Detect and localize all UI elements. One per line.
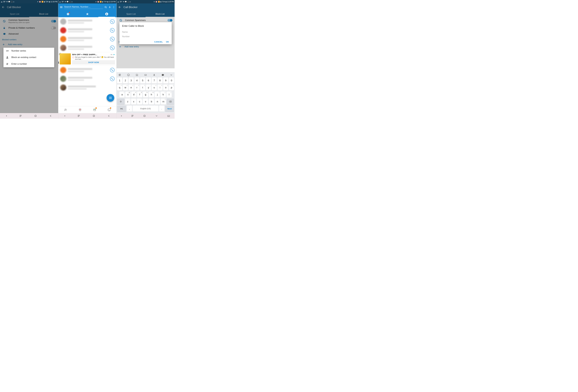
key-8[interactable]: 8	[157, 78, 163, 83]
call-button[interactable]	[110, 28, 115, 33]
key-f[interactable]: f$	[137, 91, 142, 98]
tab-recents[interactable]	[58, 11, 78, 17]
key-m[interactable]: m?	[161, 99, 166, 105]
nav-home-icon[interactable]	[143, 115, 146, 117]
ok-button[interactable]: OK	[166, 41, 169, 43]
menu-enter-number[interactable]: Enter a number	[3, 61, 54, 67]
search-input[interactable]: Search Names, Number…	[64, 5, 103, 9]
call-button[interactable]	[110, 45, 115, 50]
key-g[interactable]: g%	[143, 91, 148, 98]
key-v[interactable]: v:	[143, 99, 148, 105]
key-1[interactable]: 1	[117, 78, 122, 83]
key-t[interactable]: t/	[140, 84, 145, 91]
space-key[interactable]: English (US)	[133, 106, 158, 112]
nav-block[interactable]	[73, 106, 88, 113]
tab-favorites[interactable]	[78, 11, 97, 17]
gif-icon[interactable]	[144, 74, 147, 77]
key-3[interactable]: 3	[129, 78, 134, 83]
key-7[interactable]: 7	[152, 78, 157, 83]
emoji-icon[interactable]	[127, 74, 130, 77]
key-r[interactable]: r=	[134, 84, 140, 91]
nav-call-rec[interactable]	[102, 106, 117, 113]
key-x[interactable]: x'	[131, 99, 136, 105]
contact-row[interactable]	[58, 43, 116, 52]
call-button[interactable]	[110, 77, 115, 81]
ad-pause-icon[interactable]: ❚❚	[58, 61, 59, 64]
menu-number-series[interactable]: 123 Number series	[3, 48, 54, 54]
nav-recents-icon[interactable]	[77, 115, 80, 117]
key-y[interactable]: y_	[146, 84, 151, 91]
period-key[interactable]: .	[159, 106, 164, 112]
contact-row[interactable]	[58, 66, 116, 75]
key-p[interactable]: p]	[169, 84, 174, 91]
nav-keyboard-icon[interactable]	[167, 115, 170, 117]
nav-home-icon[interactable]	[93, 115, 95, 117]
call-button[interactable]	[110, 37, 115, 41]
key-d[interactable]: d#	[131, 91, 136, 98]
key-c[interactable]: c"	[137, 99, 142, 105]
nav-store[interactable]	[87, 106, 102, 113]
nav-recents-icon[interactable]	[131, 115, 134, 117]
nav-back-icon[interactable]	[107, 115, 110, 117]
key-4[interactable]: 4	[134, 78, 140, 83]
key-9[interactable]: 9	[163, 78, 168, 83]
shift-key[interactable]	[117, 99, 125, 105]
ad-cta-button[interactable]: SHOP NOW	[72, 60, 115, 65]
key-u[interactable]: u<	[152, 84, 157, 91]
name-field[interactable]: Name	[122, 30, 169, 34]
key-n[interactable]: n,	[155, 99, 160, 105]
key-6[interactable]: 6	[146, 78, 151, 83]
search-icon[interactable]	[104, 6, 107, 9]
key-l[interactable]: l)	[166, 91, 172, 98]
voice-icon[interactable]	[153, 74, 156, 77]
call-button[interactable]	[110, 68, 115, 72]
tab-contacts[interactable]	[97, 11, 116, 17]
contact-name-redacted	[68, 46, 92, 48]
more-icon[interactable]	[112, 6, 115, 8]
key-s[interactable]: s@	[125, 91, 130, 98]
key-z[interactable]: z-	[125, 99, 130, 105]
key-h[interactable]: h&	[149, 91, 154, 98]
menu-icon[interactable]	[60, 5, 63, 9]
number-field[interactable]: Number	[122, 34, 169, 39]
next-key[interactable]: Next	[165, 106, 174, 112]
ad-brand-icon	[72, 56, 74, 59]
key-a[interactable]: a!	[119, 91, 125, 98]
key-q[interactable]: q+	[117, 84, 122, 91]
text-tools-icon[interactable]	[118, 74, 121, 77]
contacts-list[interactable]: ✕ ❚❚ 50% OFF + FREE SHIPPI… Ad Did you f…	[58, 17, 116, 92]
settings-icon[interactable]	[161, 74, 164, 77]
dialpad-fab[interactable]	[107, 94, 114, 102]
nav-back-icon[interactable]	[49, 115, 52, 117]
key-5[interactable]: 5	[140, 78, 145, 83]
adchoices-icon[interactable]	[113, 54, 115, 55]
menu-block-contact[interactable]: Block an existing contact	[3, 54, 54, 61]
contact-row[interactable]	[58, 83, 116, 92]
contact-row[interactable]	[58, 17, 116, 26]
symbols-key[interactable]: !#1	[117, 106, 126, 112]
key-i[interactable]: i>	[157, 84, 163, 91]
key-0[interactable]: 0	[169, 78, 174, 83]
nav-home-icon[interactable]	[34, 115, 37, 117]
backspace-key[interactable]	[167, 99, 174, 105]
inline-ad[interactable]: ✕ ❚❚ 50% OFF + FREE SHIPPI… Ad Did you f…	[58, 52, 116, 66]
key-o[interactable]: o[	[163, 84, 168, 91]
contact-row[interactable]	[58, 75, 116, 83]
call-button[interactable]	[110, 19, 115, 24]
cancel-button[interactable]: CANCEL	[154, 41, 163, 43]
nav-down-icon[interactable]	[155, 115, 158, 117]
chevron-down-icon[interactable]	[170, 74, 173, 77]
mic-icon[interactable]	[108, 6, 111, 8]
key-2[interactable]: 2	[123, 78, 128, 83]
key-b[interactable]: b;	[149, 99, 154, 105]
contact-row[interactable]	[58, 26, 116, 35]
key-e[interactable]: e÷	[129, 84, 134, 91]
key-k[interactable]: k(	[160, 91, 166, 98]
nav-recents-icon[interactable]	[19, 115, 22, 117]
key-j[interactable]: j*	[155, 91, 160, 98]
sticker-icon[interactable]	[136, 74, 138, 77]
nav-add-contact[interactable]	[58, 106, 73, 113]
comma-key[interactable]: ,	[127, 106, 132, 112]
contact-row[interactable]	[58, 35, 116, 43]
key-w[interactable]: w×	[123, 84, 128, 91]
